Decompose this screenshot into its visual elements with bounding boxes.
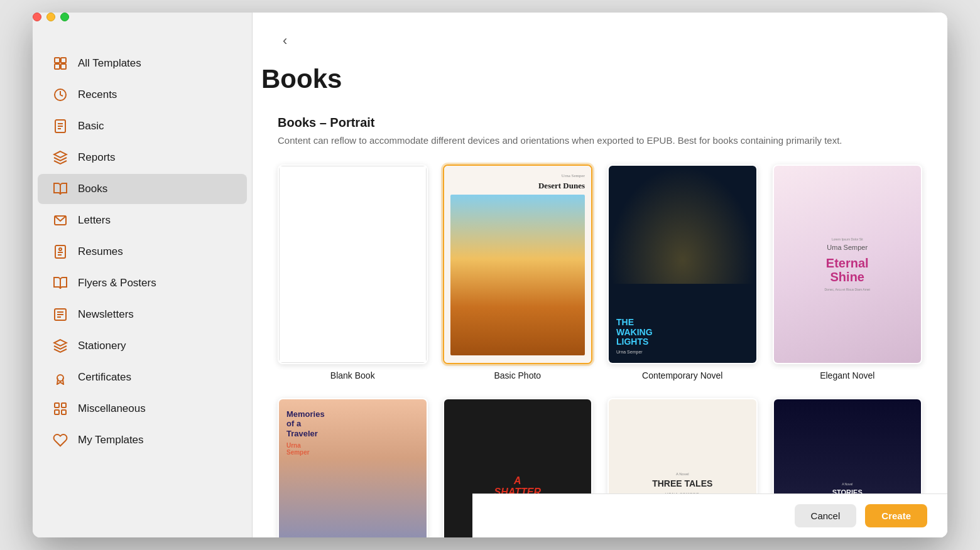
sidebar-item-recents[interactable]: Recents xyxy=(38,80,247,110)
main-header: ‹ xyxy=(253,13,947,58)
sidebar-item-basic[interactable]: Basic xyxy=(38,111,247,141)
sidebar-item-label: Reports xyxy=(78,151,116,164)
sidebar-item-label: Resumes xyxy=(78,245,123,258)
svg-rect-22 xyxy=(62,410,66,414)
sidebar-item-label: Letters xyxy=(78,214,111,227)
sidebar-item-label: All Templates xyxy=(78,57,141,70)
grid-icon xyxy=(52,55,69,72)
template-item-blank[interactable]: Blank Book xyxy=(278,164,428,380)
sidebar-item-letters[interactable]: Letters xyxy=(38,205,247,235)
sidebar-item-label: Basic xyxy=(78,120,104,132)
template-name: Contemporary Novel xyxy=(642,370,722,380)
template-thumb-elegant: Lorem Ipsum Dolor Sit Uma Semper Eternal… xyxy=(773,164,923,364)
page-title: Books xyxy=(261,64,922,94)
report-icon xyxy=(52,149,69,166)
app-window: All Templates Recents Basic xyxy=(33,13,947,537)
template-thumb-memories: Memoriesof aTraveler UrnaSemper xyxy=(278,398,428,538)
sidebar-item-label: My Templates xyxy=(78,434,144,446)
clock-icon xyxy=(52,86,69,104)
sidebar-item-miscellaneous[interactable]: Miscellaneous xyxy=(38,394,247,424)
main-content: ‹ Books Books – Portrait Content can ref… xyxy=(253,13,947,537)
back-button[interactable]: ‹ xyxy=(278,30,292,51)
sidebar-item-label: Miscellaneous xyxy=(78,402,146,415)
sidebar-item-label: Flyers & Posters xyxy=(78,277,156,289)
sidebar-item-books[interactable]: Books xyxy=(38,174,247,204)
template-item-elegant[interactable]: Lorem Ipsum Dolor Sit Uma Semper Eternal… xyxy=(773,164,923,380)
misc-icon xyxy=(52,400,69,418)
template-thumb-basic-photo: Urna Semper Desert Dunes xyxy=(443,164,593,364)
svg-point-12 xyxy=(59,248,62,251)
bottom-bar: Cancel Create xyxy=(472,493,947,537)
template-item-memories[interactable]: Memoriesof aTraveler UrnaSemper Memories… xyxy=(278,398,428,538)
stationery-icon xyxy=(52,337,69,355)
template-item-basic-photo[interactable]: Urna Semper Desert Dunes Basic Photo xyxy=(443,164,593,380)
resume-icon xyxy=(52,243,69,261)
sidebar-item-flyers-posters[interactable]: Flyers & Posters xyxy=(38,268,247,298)
template-item-contemporary[interactable]: THEWAKINGLIGHTS Urna Semper Contemporary… xyxy=(607,164,758,380)
doc-icon xyxy=(52,117,69,135)
template-name: Elegant Novel xyxy=(820,370,874,380)
svg-rect-2 xyxy=(55,64,60,69)
svg-marker-9 xyxy=(54,151,67,158)
sidebar-item-label: Certificates xyxy=(78,371,131,384)
sidebar-item-newsletters[interactable]: Newsletters xyxy=(38,299,247,330)
heart-icon xyxy=(52,431,69,449)
book-icon xyxy=(52,180,69,198)
newsletter-icon xyxy=(52,306,69,323)
svg-rect-0 xyxy=(55,58,60,63)
letter-icon xyxy=(52,212,69,229)
template-name: Blank Book xyxy=(330,370,375,380)
sidebar-item-certificates[interactable]: Certificates xyxy=(38,362,247,392)
section-title: Books – Portrait xyxy=(278,116,922,130)
svg-rect-3 xyxy=(61,64,66,69)
svg-rect-20 xyxy=(55,403,59,407)
sidebar-item-reports[interactable]: Reports xyxy=(38,143,247,173)
template-thumb-blank xyxy=(278,164,428,364)
templates-grid: Blank Book Urna Semper Desert Dunes Basi… xyxy=(278,164,922,538)
create-button[interactable]: Create xyxy=(865,504,927,527)
cancel-button[interactable]: Cancel xyxy=(795,504,857,527)
svg-rect-1 xyxy=(61,58,66,63)
close-button[interactable] xyxy=(33,13,41,21)
sidebar-item-label: Stationery xyxy=(78,340,126,352)
certificate-icon xyxy=(52,369,69,386)
sidebar-item-label: Recents xyxy=(78,89,117,101)
svg-rect-21 xyxy=(62,403,66,407)
sidebar-item-stationery[interactable]: Stationery xyxy=(38,331,247,361)
sidebar-item-my-templates[interactable]: My Templates xyxy=(38,425,247,455)
flyer-icon xyxy=(52,274,69,292)
maximize-button[interactable] xyxy=(60,13,69,21)
sidebar-item-label: Newsletters xyxy=(78,308,134,321)
main-scroll: Books – Portrait Content can reflow to a… xyxy=(253,100,947,537)
sidebar-item-label: Books xyxy=(78,183,107,195)
sidebar-item-all-templates[interactable]: All Templates xyxy=(38,48,247,78)
svg-rect-23 xyxy=(55,410,59,414)
sidebar-item-resumes[interactable]: Resumes xyxy=(38,237,247,267)
minimize-button[interactable] xyxy=(46,13,55,21)
template-name: Basic Photo xyxy=(494,370,541,380)
sidebar: All Templates Recents Basic xyxy=(33,13,253,537)
section-desc: Content can reflow to accommodate differ… xyxy=(278,134,843,148)
template-thumb-contemporary: THEWAKINGLIGHTS Urna Semper xyxy=(607,164,758,364)
